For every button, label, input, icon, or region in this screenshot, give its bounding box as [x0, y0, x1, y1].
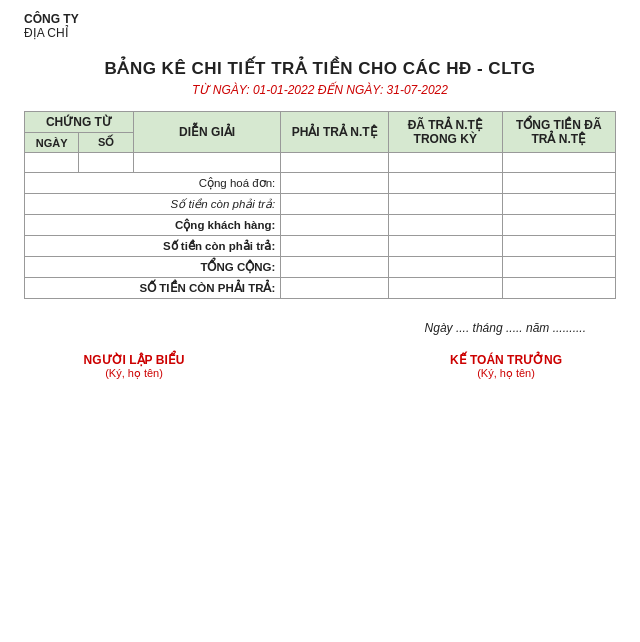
company-info: CÔNG TY ĐỊA CHỈ	[24, 12, 616, 40]
cell-so	[79, 153, 133, 173]
tong-cong-tong	[502, 257, 616, 278]
cong-khach-hang-da-tra	[389, 215, 502, 236]
summary-row-cong-khach-hang: Cộng khách hàng:	[25, 215, 616, 236]
so-tien-con-2-tong	[502, 236, 616, 257]
signer-left: NGƯỜI LẬP BIỂU (Ký, họ tên)	[34, 353, 234, 380]
signer-left-subtitle: (Ký, họ tên)	[34, 367, 234, 380]
footer-section: Ngày .... tháng ..... năm ..........	[24, 321, 616, 335]
so-tien-con-1-da-tra	[389, 194, 502, 215]
so-tien-con-2-da-tra	[389, 236, 502, 257]
cell-da-tra	[389, 153, 502, 173]
signer-right-title: KẾ TOÁN TRƯỞNG	[406, 353, 606, 367]
cell-phai-tra	[281, 153, 389, 173]
chung-tu-header: CHỨNG TỪ	[25, 112, 134, 133]
cell-dien-giai	[133, 153, 280, 173]
page: CÔNG TY ĐỊA CHỈ BẢNG KÊ CHI TIẾT TRẢ TIỀ…	[0, 0, 640, 642]
cong-hoa-don-da-tra	[389, 173, 502, 194]
tong-cong-da-tra	[389, 257, 502, 278]
cong-hoa-don-phai-tra	[281, 173, 389, 194]
so-tien-phai-tra-da-tra	[389, 278, 502, 299]
summary-row-cong-hoa-don: Cộng hoá đơn:	[25, 173, 616, 194]
cell-tong-tien	[502, 153, 616, 173]
tong-cong-phai-tra	[281, 257, 389, 278]
so-tien-con-1-tong	[502, 194, 616, 215]
company-address: ĐỊA CHỈ	[24, 26, 616, 40]
footer-date: Ngày .... tháng ..... năm ..........	[425, 321, 586, 335]
so-tien-con-2-phai-tra	[281, 236, 389, 257]
table-row	[25, 153, 616, 173]
signer-right-subtitle: (Ký, họ tên)	[406, 367, 606, 380]
cong-hoa-don-tong	[502, 173, 616, 194]
so-tien-con-1-phai-tra	[281, 194, 389, 215]
dien-giai-header: DIỄN GIẢI	[133, 112, 280, 153]
summary-row-so-tien-con-2: Số tiền còn phải trả:	[25, 236, 616, 257]
so-tien-phai-tra-tong	[502, 278, 616, 299]
so-tien-phai-tra-phai-tra	[281, 278, 389, 299]
summary-row-so-tien-phai-tra: SỐ TIỀN CÒN PHẢI TRẢ:	[25, 278, 616, 299]
so-tien-phai-tra-label: SỐ TIỀN CÒN PHẢI TRẢ:	[25, 278, 281, 299]
so-tien-con-1-label: Số tiền còn phải trả:	[25, 194, 281, 215]
summary-row-so-tien-con-1: Số tiền còn phải trả:	[25, 194, 616, 215]
ngay-header: NGÀY	[25, 133, 79, 153]
report-title: BẢNG KÊ CHI TIẾT TRẢ TIỀN CHO CÁC HĐ - C…	[24, 58, 616, 79]
summary-row-tong-cong: TỔNG CỘNG:	[25, 257, 616, 278]
signer-right: KẾ TOÁN TRƯỞNG (Ký, họ tên)	[406, 353, 606, 380]
cong-hoa-don-label: Cộng hoá đơn:	[25, 173, 281, 194]
tong-tien-header: TỔNG TIỀN ĐÃ TRẢ N.TỆ	[502, 112, 616, 153]
phai-tra-header: PHẢI TRẢ N.TỆ	[281, 112, 389, 153]
cong-khach-hang-label: Cộng khách hàng:	[25, 215, 281, 236]
da-tra-header: ĐÃ TRẢ N.TỆ TRONG KỲ	[389, 112, 502, 153]
signers: NGƯỜI LẬP BIỂU (Ký, họ tên) KẾ TOÁN TRƯỞ…	[24, 353, 616, 380]
signer-left-title: NGƯỜI LẬP BIỂU	[34, 353, 234, 367]
so-tien-con-2-label: Số tiền còn phải trả:	[25, 236, 281, 257]
tong-cong-label: TỔNG CỘNG:	[25, 257, 281, 278]
cell-ngay	[25, 153, 79, 173]
so-header: SỐ	[79, 133, 133, 153]
company-name: CÔNG TY	[24, 12, 616, 26]
main-table: CHỨNG TỪ DIỄN GIẢI PHẢI TRẢ N.TỆ ĐÃ TRẢ …	[24, 111, 616, 299]
cong-khach-hang-tong	[502, 215, 616, 236]
cong-khach-hang-phai-tra	[281, 215, 389, 236]
report-period: TỪ NGÀY: 01-01-2022 ĐẾN NGÀY: 31-07-2022	[24, 83, 616, 97]
